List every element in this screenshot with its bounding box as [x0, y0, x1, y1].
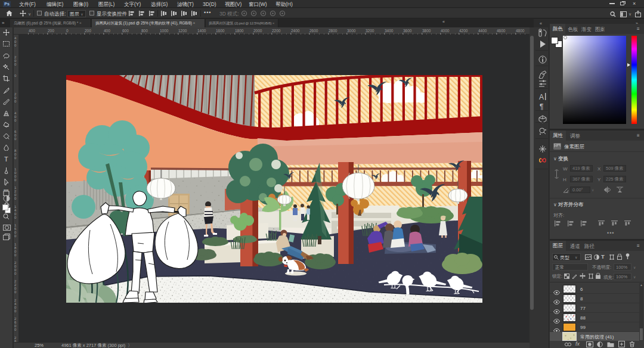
svg-text:T: T: [4, 156, 8, 162]
svg-text:A: A: [539, 93, 544, 101]
svg-text:¶: ¶: [540, 102, 543, 110]
